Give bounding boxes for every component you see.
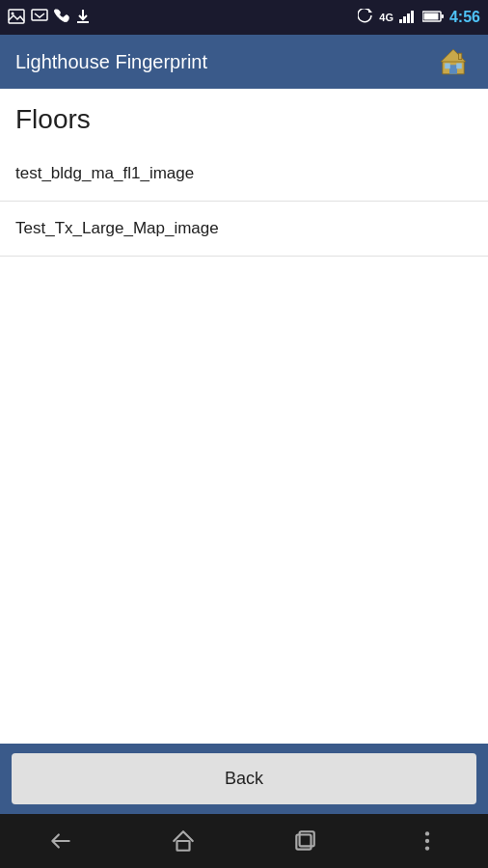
svg-rect-2 xyxy=(32,10,47,20)
svg-rect-11 xyxy=(423,14,438,20)
home-button[interactable] xyxy=(434,42,473,81)
floor-item-label-1: Test_Tx_Large_Map_image xyxy=(15,219,219,238)
floor-item-0[interactable]: test_bldg_ma_fl1_image xyxy=(0,147,488,202)
status-bar-right: 4G 4:56 xyxy=(358,9,480,27)
network-type: 4G xyxy=(379,12,393,23)
nav-overflow-button[interactable] xyxy=(403,817,451,865)
download-icon xyxy=(75,9,91,27)
message-icon xyxy=(31,9,48,27)
nav-home-icon xyxy=(171,828,196,854)
svg-rect-6 xyxy=(403,16,406,23)
svg-point-23 xyxy=(425,846,429,850)
floor-list: test_bldg_ma_fl1_image Test_Tx_Large_Map… xyxy=(0,147,488,744)
svg-rect-7 xyxy=(407,14,410,23)
back-button[interactable]: Back xyxy=(12,753,476,804)
floor-item-label-0: test_bldg_ma_fl1_image xyxy=(15,164,194,183)
svg-point-22 xyxy=(425,839,429,843)
nav-home-button[interactable] xyxy=(159,817,207,865)
nav-bar xyxy=(0,814,488,868)
status-bar: 4G 4:56 xyxy=(0,0,488,35)
main-content: Floors test_bldg_ma_fl1_image Test_Tx_La… xyxy=(0,89,488,744)
nav-recents-button[interactable] xyxy=(281,817,329,865)
signal-icon xyxy=(399,10,417,26)
app-bar: Lighthouse Fingerprint xyxy=(0,35,488,89)
status-bar-left xyxy=(8,9,91,27)
svg-rect-18 xyxy=(176,841,189,851)
floor-item-1[interactable]: Test_Tx_Large_Map_image xyxy=(0,202,488,257)
svg-rect-16 xyxy=(456,64,462,69)
svg-rect-5 xyxy=(399,19,402,23)
battery-icon xyxy=(422,10,444,25)
app-title: Lighthouse Fingerprint xyxy=(15,51,207,73)
overflow-dots-icon xyxy=(415,828,440,854)
svg-rect-17 xyxy=(459,53,462,59)
back-button-container: Back xyxy=(0,744,488,814)
status-time: 4:56 xyxy=(449,9,480,26)
back-arrow-icon xyxy=(48,828,73,854)
image-icon xyxy=(8,9,25,27)
nav-back-button[interactable] xyxy=(37,817,85,865)
nav-recents-icon xyxy=(292,828,317,854)
rotate-icon xyxy=(358,9,373,27)
svg-rect-8 xyxy=(411,11,414,23)
svg-rect-14 xyxy=(449,65,457,74)
svg-rect-0 xyxy=(9,10,24,23)
svg-rect-15 xyxy=(445,64,450,69)
svg-rect-10 xyxy=(441,14,444,18)
home-icon xyxy=(438,46,469,77)
phone-icon xyxy=(54,9,69,27)
svg-point-21 xyxy=(425,831,429,835)
page-heading: Floors xyxy=(0,89,488,147)
